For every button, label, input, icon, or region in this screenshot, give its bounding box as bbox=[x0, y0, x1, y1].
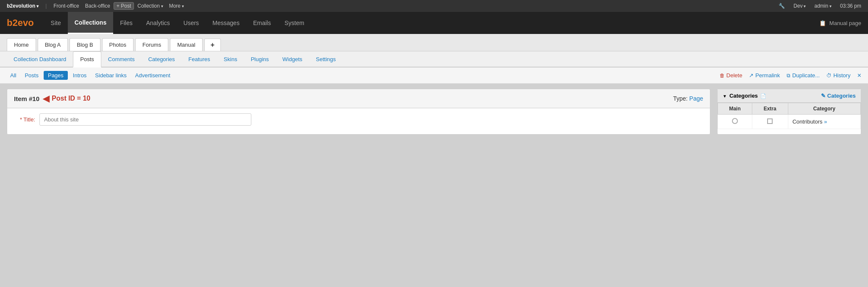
radio-cell[interactable] bbox=[718, 115, 752, 129]
copy-icon bbox=[787, 72, 790, 79]
categories-panel-header: Categories Categories bbox=[718, 89, 861, 103]
collection-tab-forums[interactable]: Forums bbox=[135, 38, 168, 51]
checkbox-input[interactable] bbox=[767, 118, 773, 124]
nav-users[interactable]: Users bbox=[177, 12, 206, 34]
categories-table: Main Extra Category Contributors » bbox=[718, 103, 861, 129]
history-button[interactable]: History bbox=[826, 72, 850, 79]
categories-title: Categories bbox=[729, 93, 758, 99]
top-nav-admin[interactable]: admin bbox=[812, 3, 834, 9]
item-id-text: Item #10 bbox=[14, 95, 39, 102]
type-value: Page bbox=[689, 95, 703, 102]
tab-posts[interactable]: Posts bbox=[73, 51, 101, 68]
nav-files[interactable]: Files bbox=[113, 12, 139, 34]
manual-icon: 📋 bbox=[819, 20, 826, 26]
sub-nav-tabs: Collection Dashboard Posts Comments Cate… bbox=[0, 51, 868, 68]
filter-pages[interactable]: Pages bbox=[44, 71, 68, 80]
close-button[interactable]: × bbox=[857, 72, 861, 79]
title-input[interactable] bbox=[39, 113, 251, 126]
top-nav-backoffice[interactable]: Back-office bbox=[83, 3, 113, 9]
item-type: Type: Page bbox=[673, 95, 703, 102]
nav-messages[interactable]: Messages bbox=[206, 12, 246, 34]
col-category: Category bbox=[788, 103, 860, 115]
filter-bar: All Posts Pages Intros Sidebar links Adv… bbox=[0, 68, 868, 84]
duplicate-button[interactable]: Duplicate... bbox=[787, 72, 820, 79]
second-nav-items: Site Collections Files Analytics Users M… bbox=[44, 12, 820, 34]
item-number: 10 bbox=[32, 95, 39, 102]
arrow-annotation: ◀ Post ID = 10 bbox=[43, 93, 90, 104]
brand-menu[interactable]: b2evolution bbox=[4, 3, 41, 9]
tab-widgets[interactable]: Widgets bbox=[275, 52, 309, 68]
post-id-label: Post ID = 10 bbox=[52, 95, 90, 102]
red-arrow-icon: ◀ bbox=[43, 93, 49, 104]
right-panel: Categories Categories Main Extra Categor… bbox=[717, 89, 861, 135]
filter-all[interactable]: All bbox=[7, 71, 19, 80]
category-name: Contributors bbox=[793, 118, 823, 125]
tab-categories[interactable]: Categories bbox=[142, 52, 182, 68]
delete-button[interactable]: Delete bbox=[720, 72, 743, 79]
top-nav-left: b2evolution | Front-office Back-office +… bbox=[4, 2, 776, 10]
form-area: * Title: bbox=[7, 108, 710, 135]
nav-analytics[interactable]: Analytics bbox=[139, 12, 177, 34]
top-nav-post[interactable]: + Post bbox=[114, 2, 134, 10]
categories-header-left: Categories bbox=[723, 93, 766, 99]
edit-icon bbox=[821, 93, 826, 99]
filter-advertisement[interactable]: Advertisement bbox=[132, 71, 174, 80]
filter-bar-right: Delete Permalink Duplicate... History × bbox=[720, 72, 861, 79]
categories-header-link[interactable]: Categories bbox=[821, 93, 856, 99]
page-icon bbox=[760, 93, 766, 99]
top-nav-dev[interactable]: Dev bbox=[791, 3, 808, 9]
add-collection-button[interactable]: + bbox=[204, 39, 221, 51]
top-nav: b2evolution | Front-office Back-office +… bbox=[0, 0, 868, 12]
nav-collections[interactable]: Collections bbox=[68, 12, 113, 34]
title-form-row: * Title: bbox=[14, 113, 703, 126]
collection-tabs-bar: Home Blog A Blog B Photos Forums Manual … bbox=[0, 34, 868, 51]
item-header: Item #10 ◀ Post ID = 10 Type: Page bbox=[7, 89, 710, 108]
external-link-icon bbox=[749, 72, 754, 79]
col-extra: Extra bbox=[752, 103, 788, 115]
item-id-section: Item #10 ◀ Post ID = 10 bbox=[14, 93, 90, 104]
top-nav-wrench-icon: 🔧 bbox=[776, 3, 787, 9]
collection-tab-manual[interactable]: Manual bbox=[170, 38, 203, 51]
tab-settings[interactable]: Settings bbox=[309, 52, 342, 68]
tab-plugins[interactable]: Plugins bbox=[244, 52, 276, 68]
app-logo[interactable]: b2evo bbox=[7, 17, 34, 28]
nav-site[interactable]: Site bbox=[44, 12, 68, 34]
collection-tab-bloga[interactable]: Blog A bbox=[38, 38, 68, 51]
clock-icon bbox=[826, 72, 832, 79]
top-nav-frontoffice[interactable]: Front-office bbox=[51, 3, 81, 9]
manual-page-link[interactable]: 📋 Manual page bbox=[819, 20, 861, 26]
tab-collection-dashboard[interactable]: Collection Dashboard bbox=[7, 52, 73, 68]
table-row: Contributors » bbox=[718, 115, 861, 129]
category-link[interactable]: » bbox=[824, 118, 827, 125]
second-nav: b2evo Site Collections Files Analytics U… bbox=[0, 12, 868, 34]
col-main: Main bbox=[718, 103, 752, 115]
trash-icon bbox=[720, 72, 725, 79]
radio-button[interactable] bbox=[732, 118, 738, 124]
top-nav-collection[interactable]: Collection bbox=[135, 3, 165, 9]
title-label: * Title: bbox=[14, 116, 35, 123]
filter-intros[interactable]: Intros bbox=[70, 71, 90, 80]
checkbox-cell[interactable] bbox=[752, 115, 788, 129]
filter-bar-left: All Posts Pages Intros Sidebar links Adv… bbox=[7, 71, 720, 80]
collection-tab-home[interactable]: Home bbox=[7, 38, 36, 51]
nav-emails[interactable]: Emails bbox=[246, 12, 278, 34]
top-nav-right: 🔧 Dev admin 03:36 pm bbox=[776, 3, 864, 9]
tab-skins[interactable]: Skins bbox=[217, 52, 244, 68]
permalink-button[interactable]: Permalink bbox=[749, 72, 780, 79]
tab-features[interactable]: Features bbox=[182, 52, 217, 68]
top-nav-more[interactable]: More bbox=[167, 3, 186, 9]
left-panel: Item #10 ◀ Post ID = 10 Type: Page * Tit… bbox=[7, 89, 710, 135]
main-content: Item #10 ◀ Post ID = 10 Type: Page * Tit… bbox=[0, 84, 868, 140]
chevron-down-icon bbox=[723, 93, 727, 99]
filter-sidebar-links[interactable]: Sidebar links bbox=[92, 71, 130, 80]
tab-comments[interactable]: Comments bbox=[101, 52, 142, 68]
filter-posts[interactable]: Posts bbox=[21, 71, 42, 80]
top-nav-time: 03:36 pm bbox=[837, 3, 864, 9]
collection-tab-blogb[interactable]: Blog B bbox=[70, 38, 100, 51]
nav-system[interactable]: System bbox=[278, 12, 311, 34]
collection-tab-photos[interactable]: Photos bbox=[102, 38, 134, 51]
type-prefix: Type: bbox=[673, 95, 687, 102]
category-name-cell: Contributors » bbox=[788, 115, 860, 129]
